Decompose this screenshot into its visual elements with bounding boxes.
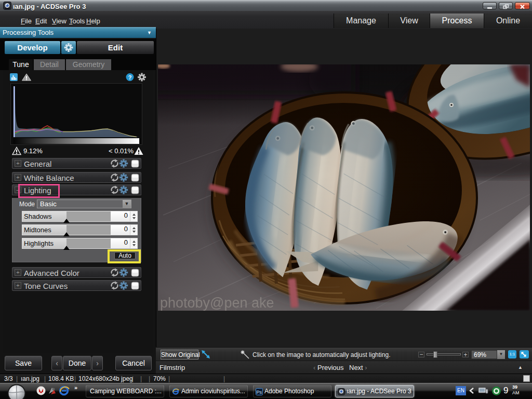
svg-text:Ps: Ps: [257, 390, 262, 395]
svg-text:?: ?: [128, 74, 132, 81]
svg-text:photoby@pen ake: photoby@pen ake: [160, 295, 274, 311]
